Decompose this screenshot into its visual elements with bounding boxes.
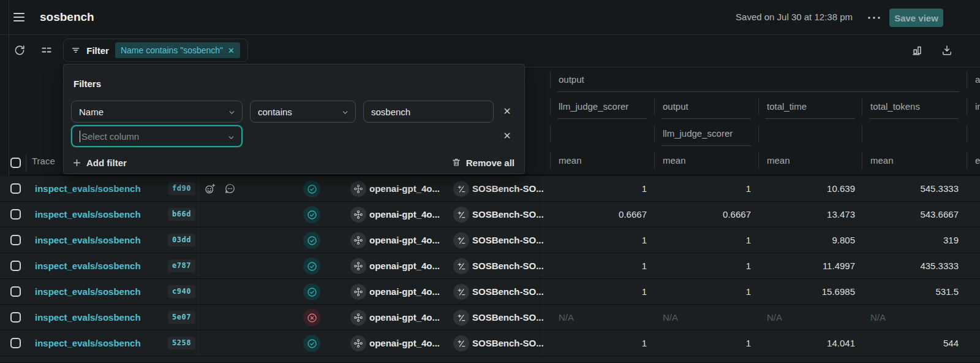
trace-id-badge[interactable]: e787 — [168, 259, 195, 272]
header-divider — [967, 71, 967, 88]
remove-all-button[interactable]: Remove all — [451, 155, 514, 170]
aggregation-header[interactable]: mean — [767, 147, 790, 174]
model-icon — [350, 181, 366, 197]
aggregation-header[interactable]: mean — [663, 147, 686, 174]
cell-total_tokens-mean: 531.5 — [869, 279, 959, 304]
row-checkbox[interactable] — [10, 312, 21, 323]
column-header-llm_judge_scorer[interactable]: llm_judge_scorer — [559, 93, 628, 120]
aggregation-header[interactable]: mean — [870, 147, 894, 174]
select-all-checkbox[interactable] — [10, 158, 21, 168]
evaluation-name[interactable]: SOSBench-SO... — [472, 279, 544, 304]
group-header-output[interactable]: output — [559, 66, 584, 93]
model-icon — [350, 310, 366, 326]
model-name[interactable]: openai-gpt_4o... — [369, 176, 440, 201]
header-divider — [758, 125, 759, 142]
row-density-icon[interactable] — [37, 40, 56, 60]
evaluation-name[interactable]: SOSBench-SO... — [472, 305, 544, 330]
trace-id-badge[interactable]: 5e07 — [168, 311, 195, 324]
trash-icon — [451, 158, 461, 167]
hamburger-menu-icon[interactable] — [13, 13, 24, 22]
model-icon — [350, 207, 366, 223]
row-checkbox[interactable] — [10, 338, 21, 348]
cell-llm_judge_scorer-mean: 1 — [557, 227, 647, 253]
trace-id-badge[interactable]: 03dd — [168, 234, 195, 246]
status-icon — [303, 232, 320, 249]
table-row[interactable]: inspect_evals/sosbench 5e07 — [0, 305, 980, 331]
filter-chip[interactable]: Name contains "sosbench" ✕ — [115, 42, 240, 58]
filter-value-input[interactable]: sosbench — [363, 101, 494, 123]
comment-icon[interactable] — [224, 183, 236, 195]
trace-link[interactable]: inspect_evals/sosbench — [35, 202, 141, 227]
evaluation-name[interactable]: SOSBench-SO... — [472, 227, 544, 253]
status-icon — [303, 180, 320, 197]
trace-id-badge[interactable]: b66d — [168, 208, 195, 221]
trace-link[interactable]: inspect_evals/sosbench — [35, 227, 141, 253]
filter-operator-select[interactable]: contains — [250, 101, 356, 123]
filter-bar[interactable]: Filter Name contains "sosbench" ✕ — [63, 39, 248, 62]
row-checkbox[interactable] — [10, 235, 21, 245]
remove-filter-row-icon[interactable]: ✕ — [500, 105, 514, 118]
column-header-total_time[interactable]: total_time — [767, 93, 807, 120]
trace-link[interactable]: inspect_evals/sosbench — [35, 331, 141, 356]
remove-all-label: Remove all — [466, 158, 514, 168]
table-row[interactable]: inspect_evals/sosbench fd90 — [0, 176, 980, 202]
trace-column-header[interactable]: Trace — [32, 147, 55, 175]
table-row[interactable]: inspect_evals/sosbench e787 — [0, 253, 980, 279]
status-icon — [303, 258, 320, 275]
trace-id-badge[interactable]: c940 — [168, 285, 195, 298]
column-header-output[interactable]: output — [663, 93, 688, 120]
model-icon — [350, 258, 366, 274]
trace-id-badge[interactable]: 5258 — [168, 337, 195, 350]
header-divider — [862, 98, 862, 115]
evaluation-name[interactable]: SOSBench-SO... — [472, 331, 544, 356]
table-row[interactable]: inspect_evals/sosbench b66d — [0, 202, 980, 227]
model-name[interactable]: openai-gpt_4o... — [369, 202, 440, 227]
filter-value-text: sosbench — [371, 107, 410, 117]
table-row[interactable]: inspect_evals/sosbench 5258 — [0, 331, 980, 356]
evaluation-icon — [453, 207, 469, 223]
cell-total_tokens-mean: 544 — [869, 331, 959, 356]
column-header-truncated: in — [975, 93, 980, 120]
charts-icon[interactable] — [908, 40, 927, 60]
download-icon[interactable] — [937, 40, 957, 60]
trace-link[interactable]: inspect_evals/sosbench — [35, 279, 141, 304]
model-name[interactable]: openai-gpt_4o... — [369, 253, 440, 278]
row-checkbox[interactable] — [10, 183, 21, 194]
add-reaction-icon[interactable] — [204, 183, 216, 195]
add-filter-button[interactable]: Add filter — [72, 155, 127, 170]
evaluation-name[interactable]: SOSBench-SO... — [472, 202, 544, 227]
column-header-total_tokens[interactable]: total_tokens — [870, 93, 920, 120]
text-cursor — [80, 131, 80, 142]
trace-link[interactable]: inspect_evals/sosbench — [35, 305, 141, 330]
refresh-icon[interactable] — [10, 40, 29, 60]
evaluation-icon — [453, 258, 469, 274]
subcolumn-header-llm_judge_scorer[interactable]: llm_judge_scorer — [663, 120, 733, 147]
table-row[interactable]: inspect_evals/sosbench 03dd — [0, 227, 980, 253]
model-name[interactable]: openai-gpt_4o... — [369, 227, 440, 253]
table-row[interactable]: inspect_evals/sosbench c940 — [0, 279, 980, 305]
status-icon — [303, 283, 320, 300]
model-name[interactable]: openai-gpt_4o... — [369, 279, 440, 304]
filter-column-select[interactable]: Name — [71, 101, 243, 123]
evaluation-name[interactable]: SOSBench-SO... — [472, 176, 544, 201]
trace-link[interactable]: inspect_evals/sosbench — [35, 253, 141, 278]
model-name[interactable]: openai-gpt_4o... — [369, 331, 440, 356]
filter-chip-close-icon[interactable]: ✕ — [228, 47, 235, 55]
header-underline — [869, 118, 959, 119]
row-checkbox[interactable] — [10, 261, 21, 271]
row-checkbox[interactable] — [10, 286, 21, 297]
evaluation-icon — [453, 335, 469, 351]
remove-filter-row-icon[interactable]: ✕ — [500, 129, 514, 143]
save-view-button[interactable]: Save view — [889, 9, 943, 27]
evaluation-icon — [453, 232, 469, 248]
new-filter-column-select[interactable]: Select column — [71, 125, 243, 147]
evaluation-name[interactable]: SOSBench-SO... — [472, 253, 544, 278]
row-checkbox[interactable] — [10, 209, 21, 220]
column-divider — [198, 227, 199, 253]
trace-link[interactable]: inspect_evals/sosbench — [35, 176, 141, 201]
aggregation-header[interactable]: mean — [559, 147, 582, 174]
trace-id-badge[interactable]: fd90 — [168, 182, 195, 195]
more-options-icon[interactable] — [865, 11, 883, 25]
model-name[interactable]: openai-gpt_4o... — [369, 305, 440, 330]
cell-output-llm_judge_scorer-mean: N/A — [662, 305, 751, 330]
